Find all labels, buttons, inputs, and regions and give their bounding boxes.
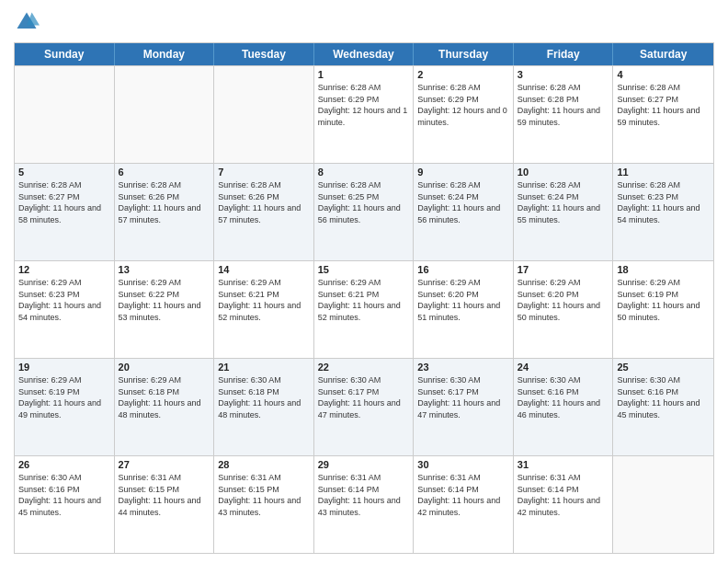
empty-cell	[613, 456, 713, 553]
calendar-row: 12Sunrise: 6:29 AMSunset: 6:23 PMDayligh…	[15, 260, 713, 358]
day-info: Sunrise: 6:28 AMSunset: 6:27 PMDaylight:…	[18, 179, 110, 225]
day-number: 2	[417, 69, 509, 80]
cal-header-day: Friday	[514, 43, 614, 65]
day-cell: 11Sunrise: 6:28 AMSunset: 6:23 PMDayligh…	[613, 164, 713, 260]
day-cell: 9Sunrise: 6:28 AMSunset: 6:24 PMDaylight…	[414, 164, 514, 260]
day-number: 13	[119, 264, 210, 275]
calendar-body: 1Sunrise: 6:28 AMSunset: 6:29 PMDaylight…	[15, 65, 713, 553]
calendar-row: 26Sunrise: 6:30 AMSunset: 6:16 PMDayligh…	[15, 455, 713, 553]
day-info: Sunrise: 6:31 AMSunset: 6:14 PMDaylight:…	[318, 472, 410, 518]
day-number: 23	[417, 362, 509, 373]
day-number: 11	[617, 167, 710, 178]
day-cell: 21Sunrise: 6:30 AMSunset: 6:18 PMDayligh…	[214, 359, 314, 455]
day-info: Sunrise: 6:29 AMSunset: 6:21 PMDaylight:…	[318, 277, 410, 323]
day-cell: 13Sunrise: 6:29 AMSunset: 6:22 PMDayligh…	[115, 261, 215, 358]
day-cell: 12Sunrise: 6:29 AMSunset: 6:23 PMDayligh…	[15, 261, 115, 358]
day-info: Sunrise: 6:28 AMSunset: 6:25 PMDaylight:…	[318, 179, 410, 225]
empty-cell	[214, 66, 314, 163]
day-number: 26	[18, 459, 110, 470]
day-info: Sunrise: 6:29 AMSunset: 6:20 PMDaylight:…	[417, 277, 509, 323]
day-info: Sunrise: 6:30 AMSunset: 6:16 PMDaylight:…	[518, 374, 609, 420]
empty-cell	[15, 66, 115, 163]
day-cell: 7Sunrise: 6:28 AMSunset: 6:26 PMDaylight…	[214, 164, 314, 260]
day-info: Sunrise: 6:31 AMSunset: 6:15 PMDaylight:…	[218, 472, 310, 518]
day-cell: 22Sunrise: 6:30 AMSunset: 6:17 PMDayligh…	[314, 359, 415, 455]
calendar-row: 5Sunrise: 6:28 AMSunset: 6:27 PMDaylight…	[15, 163, 713, 260]
calendar-row: 1Sunrise: 6:28 AMSunset: 6:29 PMDaylight…	[15, 65, 713, 163]
day-info: Sunrise: 6:28 AMSunset: 6:29 PMDaylight:…	[318, 82, 410, 128]
header	[14, 9, 714, 35]
cal-header-day: Sunday	[15, 43, 115, 65]
day-cell: 16Sunrise: 6:29 AMSunset: 6:20 PMDayligh…	[414, 261, 514, 358]
day-info: Sunrise: 6:30 AMSunset: 6:17 PMDaylight:…	[318, 374, 410, 420]
day-number: 15	[318, 264, 410, 275]
day-info: Sunrise: 6:30 AMSunset: 6:18 PMDaylight:…	[218, 374, 310, 420]
day-info: Sunrise: 6:28 AMSunset: 6:26 PMDaylight:…	[119, 179, 210, 225]
day-info: Sunrise: 6:31 AMSunset: 6:14 PMDaylight:…	[518, 472, 609, 518]
logo-icon	[14, 9, 40, 35]
day-cell: 10Sunrise: 6:28 AMSunset: 6:24 PMDayligh…	[514, 164, 614, 260]
day-number: 3	[518, 69, 609, 80]
day-number: 31	[518, 459, 609, 470]
day-info: Sunrise: 6:28 AMSunset: 6:29 PMDaylight:…	[417, 82, 509, 128]
calendar-row: 19Sunrise: 6:29 AMSunset: 6:19 PMDayligh…	[15, 358, 713, 455]
day-info: Sunrise: 6:29 AMSunset: 6:19 PMDaylight:…	[617, 277, 710, 323]
day-cell: 17Sunrise: 6:29 AMSunset: 6:20 PMDayligh…	[514, 261, 614, 358]
cal-header-day: Tuesday	[214, 43, 314, 65]
day-cell: 29Sunrise: 6:31 AMSunset: 6:14 PMDayligh…	[314, 456, 415, 553]
day-cell: 5Sunrise: 6:28 AMSunset: 6:27 PMDaylight…	[15, 164, 115, 260]
day-cell: 15Sunrise: 6:29 AMSunset: 6:21 PMDayligh…	[314, 261, 415, 358]
day-number: 29	[318, 459, 410, 470]
day-number: 30	[417, 459, 509, 470]
day-number: 5	[18, 167, 110, 178]
day-info: Sunrise: 6:28 AMSunset: 6:26 PMDaylight:…	[218, 179, 310, 225]
day-number: 10	[518, 167, 609, 178]
day-cell: 23Sunrise: 6:30 AMSunset: 6:17 PMDayligh…	[414, 359, 514, 455]
day-number: 20	[119, 362, 210, 373]
logo	[14, 9, 43, 35]
day-info: Sunrise: 6:30 AMSunset: 6:16 PMDaylight:…	[18, 472, 110, 518]
day-cell: 8Sunrise: 6:28 AMSunset: 6:25 PMDaylight…	[314, 164, 415, 260]
day-number: 4	[617, 69, 710, 80]
day-number: 28	[218, 459, 310, 470]
day-number: 1	[318, 69, 410, 80]
day-cell: 4Sunrise: 6:28 AMSunset: 6:27 PMDaylight…	[613, 66, 713, 163]
cal-header-day: Monday	[115, 43, 215, 65]
day-number: 25	[617, 362, 710, 373]
day-number: 21	[218, 362, 310, 373]
day-number: 17	[518, 264, 609, 275]
day-cell: 26Sunrise: 6:30 AMSunset: 6:16 PMDayligh…	[15, 456, 115, 553]
day-number: 19	[18, 362, 110, 373]
day-cell: 14Sunrise: 6:29 AMSunset: 6:21 PMDayligh…	[214, 261, 314, 358]
day-cell: 24Sunrise: 6:30 AMSunset: 6:16 PMDayligh…	[514, 359, 614, 455]
day-cell: 2Sunrise: 6:28 AMSunset: 6:29 PMDaylight…	[414, 66, 514, 163]
day-info: Sunrise: 6:29 AMSunset: 6:22 PMDaylight:…	[119, 277, 210, 323]
day-number: 6	[119, 167, 210, 178]
page: SundayMondayTuesdayWednesdayThursdayFrid…	[0, 0, 728, 563]
day-info: Sunrise: 6:29 AMSunset: 6:21 PMDaylight:…	[218, 277, 310, 323]
day-cell: 18Sunrise: 6:29 AMSunset: 6:19 PMDayligh…	[613, 261, 713, 358]
day-info: Sunrise: 6:28 AMSunset: 6:28 PMDaylight:…	[518, 82, 609, 128]
day-cell: 3Sunrise: 6:28 AMSunset: 6:28 PMDaylight…	[514, 66, 614, 163]
cal-header-day: Saturday	[613, 43, 713, 65]
empty-cell	[115, 66, 215, 163]
day-cell: 27Sunrise: 6:31 AMSunset: 6:15 PMDayligh…	[115, 456, 215, 553]
day-info: Sunrise: 6:29 AMSunset: 6:19 PMDaylight:…	[18, 374, 110, 420]
day-info: Sunrise: 6:29 AMSunset: 6:18 PMDaylight:…	[119, 374, 210, 420]
cal-header-day: Wednesday	[314, 43, 415, 65]
day-cell: 30Sunrise: 6:31 AMSunset: 6:14 PMDayligh…	[414, 456, 514, 553]
day-cell: 6Sunrise: 6:28 AMSunset: 6:26 PMDaylight…	[115, 164, 215, 260]
calendar-header: SundayMondayTuesdayWednesdayThursdayFrid…	[15, 43, 713, 65]
day-info: Sunrise: 6:28 AMSunset: 6:27 PMDaylight:…	[617, 82, 710, 128]
day-number: 8	[318, 167, 410, 178]
day-number: 7	[218, 167, 310, 178]
cal-header-day: Thursday	[414, 43, 514, 65]
day-cell: 28Sunrise: 6:31 AMSunset: 6:15 PMDayligh…	[214, 456, 314, 553]
day-number: 9	[417, 167, 509, 178]
day-info: Sunrise: 6:28 AMSunset: 6:24 PMDaylight:…	[518, 179, 609, 225]
day-cell: 25Sunrise: 6:30 AMSunset: 6:16 PMDayligh…	[613, 359, 713, 455]
day-info: Sunrise: 6:28 AMSunset: 6:24 PMDaylight:…	[417, 179, 509, 225]
day-info: Sunrise: 6:31 AMSunset: 6:14 PMDaylight:…	[417, 472, 509, 518]
day-cell: 1Sunrise: 6:28 AMSunset: 6:29 PMDaylight…	[314, 66, 415, 163]
day-number: 12	[18, 264, 110, 275]
